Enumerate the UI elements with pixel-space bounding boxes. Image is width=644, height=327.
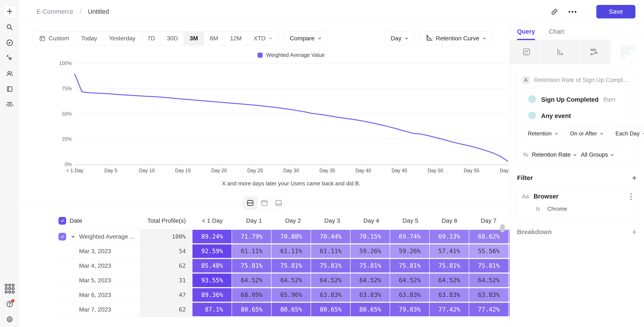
measure-dropdown[interactable]: Retention Rate <box>532 151 577 158</box>
retention-cell[interactable]: 75.81% <box>469 259 508 273</box>
retention-cell[interactable]: 59.26% <box>390 244 429 258</box>
add-filter-button[interactable]: + <box>632 175 637 181</box>
retention-cell[interactable]: 63.83% <box>390 288 429 302</box>
retention-cell[interactable]: 80.65% <box>350 303 390 316</box>
retention-cell-clipped[interactable]: 74 <box>509 259 510 273</box>
retention-granularity-dropdown[interactable]: Each Day <box>611 127 644 140</box>
filter-operator[interactable]: Is <box>536 206 540 212</box>
retention-cell[interactable]: 77.42% <box>469 303 508 316</box>
help-icon[interactable] <box>4 298 16 310</box>
tab-chart[interactable]: Chart <box>549 23 564 40</box>
retention-cell[interactable]: 64.52% <box>430 274 469 287</box>
range-6m[interactable]: 6M <box>204 31 224 45</box>
column-header[interactable]: Day 4 <box>349 217 388 224</box>
chart-type-bar-chart-icon[interactable] <box>543 40 577 64</box>
retention-cell[interactable]: 69.74% <box>390 230 429 243</box>
retention-cell[interactable]: 89.36% <box>192 288 232 302</box>
compare-button[interactable]: Compare <box>284 31 328 45</box>
column-header[interactable]: Day 6 <box>427 217 466 224</box>
filter-value[interactable]: Chrome <box>547 206 567 212</box>
retention-cell[interactable]: 77.42% <box>430 303 469 316</box>
retention-cell[interactable]: 61.11% <box>272 244 310 258</box>
retention-cell[interactable]: 64.52% <box>469 274 508 287</box>
retention-cell[interactable]: 92.59% <box>192 244 232 258</box>
retention-cell[interactable]: 80.65% <box>232 303 271 316</box>
row-checkbox[interactable] <box>58 233 66 241</box>
library-icon[interactable] <box>4 83 16 95</box>
layout-toggle-split-horizontal-icon[interactable] <box>243 197 257 209</box>
query-title[interactable]: Retention Rate of Sign Up Compl... <box>534 77 628 83</box>
retention-cell[interactable]: 93.55% <box>192 274 232 287</box>
chart-type-retention-grid-icon[interactable] <box>611 40 644 64</box>
range-3m[interactable]: 3M <box>184 31 204 45</box>
range-custom[interactable]: Custom <box>33 31 75 45</box>
more-options-icon[interactable] <box>568 10 577 13</box>
groups-dropdown[interactable]: All Groups <box>581 151 614 158</box>
retention-cell[interactable]: 70.44% <box>311 230 350 243</box>
first-event-row[interactable]: Sign Up Completed then <box>528 95 626 104</box>
retention-cell[interactable]: 69.13% <box>430 230 469 243</box>
retention-cell-clipped[interactable]: 68 <box>509 230 510 243</box>
chart-style-button[interactable]: Retention Curve <box>420 31 492 45</box>
column-header-date[interactable]: Date <box>70 217 82 224</box>
retention-cell[interactable]: 75.81% <box>390 259 429 273</box>
add-breakdown-button[interactable]: + <box>632 229 637 235</box>
settings-icon[interactable] <box>4 313 16 326</box>
retention-cell[interactable]: 65.96% <box>272 288 310 302</box>
retention-cell[interactable]: 64.52% <box>272 274 310 287</box>
retention-cell[interactable]: 71.79% <box>232 230 271 243</box>
retention-cell[interactable]: 80.65% <box>311 303 350 316</box>
retention-cell[interactable]: 89.24% <box>192 230 232 243</box>
range-yesterday[interactable]: Yesterday <box>103 31 142 45</box>
retention-cell[interactable]: 63.83% <box>469 288 508 302</box>
retention-cell[interactable]: 61.11% <box>232 244 271 258</box>
retention-cell[interactable]: 75.81% <box>430 259 469 273</box>
retention-cell[interactable]: 64.52% <box>390 274 429 287</box>
column-header[interactable]: Day 5 <box>388 217 427 224</box>
share-link-icon[interactable] <box>550 8 558 16</box>
retention-cell[interactable]: 59.26% <box>350 244 390 258</box>
range-7d[interactable]: 7D <box>142 31 161 45</box>
chart-legend[interactable]: Weighted Average Value <box>75 52 508 58</box>
retention-cell[interactable]: 68.09% <box>232 288 271 302</box>
layout-toggle-panel-bottom-icon[interactable] <box>272 197 286 209</box>
save-button[interactable]: Save <box>596 5 636 18</box>
retention-cell[interactable]: 79.03% <box>390 303 429 316</box>
retention-cell-clipped[interactable]: 63 <box>509 288 510 302</box>
column-header[interactable]: Day 2 <box>270 217 310 224</box>
search-icon[interactable] <box>4 21 16 33</box>
retention-cell[interactable]: 85.48% <box>192 259 232 273</box>
chart-type-line-chart-icon[interactable] <box>510 40 543 64</box>
retention-cell[interactable]: 63.83% <box>430 288 469 302</box>
retention-cell-clipped[interactable]: 64 <box>509 274 510 287</box>
tab-query[interactable]: Query <box>517 23 535 40</box>
retention-cell[interactable]: 63.83% <box>350 288 390 302</box>
retention-cell[interactable]: 75.81% <box>232 259 271 273</box>
apps-grid-icon[interactable] <box>4 282 16 295</box>
chart-type-flow-chart-icon[interactable] <box>577 40 610 64</box>
row-expand-icon[interactable] <box>69 234 77 239</box>
retention-cell[interactable]: 63.83% <box>311 288 350 302</box>
retention-curve-chart[interactable]: 0%25%50%75%100%< 1 DayDay 5Day 10Day 15D… <box>75 63 508 164</box>
users-icon[interactable] <box>4 67 16 80</box>
filter-kebab-icon[interactable] <box>630 193 632 200</box>
click-spark-icon[interactable] <box>4 52 16 64</box>
range-12m[interactable]: 12M <box>224 31 248 45</box>
retention-cell[interactable]: 57.41% <box>430 244 469 258</box>
column-header-total[interactable]: Total Profile(s) <box>140 217 192 224</box>
retention-operator-dropdown[interactable]: On or After <box>566 127 608 140</box>
column-header[interactable]: Day 3 <box>310 217 349 224</box>
retention-cell[interactable]: 75.81% <box>350 259 390 273</box>
range-today[interactable]: Today <box>75 31 103 45</box>
retention-cell[interactable]: 87.1% <box>192 303 232 316</box>
second-event-row[interactable]: Any event <box>528 111 626 121</box>
retention-cell[interactable]: 70.88% <box>272 230 310 243</box>
compass-icon[interactable] <box>4 36 16 49</box>
audience-icon[interactable] <box>4 98 16 111</box>
table-scrollbar-thumb[interactable] <box>500 224 505 232</box>
retention-cell[interactable]: 75.81% <box>272 259 310 273</box>
range-30d[interactable]: 30D <box>161 31 184 45</box>
range-xtd[interactable]: XTD <box>248 31 278 45</box>
retention-cell-clipped[interactable]: 75 <box>509 303 510 316</box>
select-all-checkbox[interactable] <box>58 217 66 225</box>
